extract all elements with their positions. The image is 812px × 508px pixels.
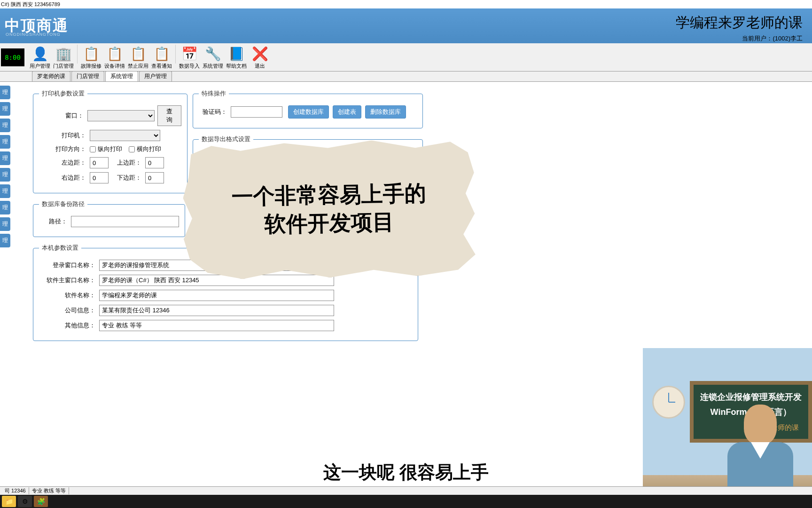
window-select[interactable] bbox=[87, 110, 155, 121]
special-ops-group: 特殊操作 验证码： 创建数据库 创建表 删除数据库 bbox=[193, 89, 423, 128]
main-toolbar: 8:00 👤用户管理🏢门店管理📋故障报修📋设备详情📋禁止应用📋查看通知📅数据导入… bbox=[0, 43, 812, 71]
bottom-margin-input[interactable] bbox=[145, 172, 164, 183]
software-name-input[interactable] bbox=[99, 290, 334, 301]
video-subtitle: 这一块呢 很容易上手 bbox=[323, 460, 489, 484]
tab-用户管理[interactable]: 用户管理 bbox=[139, 71, 172, 81]
printer-settings-group: 打印机参数设置 窗口： 查询 打印机： 打印方向： 纵向打印 横向打印 bbox=[33, 89, 187, 193]
app-logo-sub: ONGDINGSHANGTONG bbox=[6, 32, 61, 37]
windows-taskbar: 📁 ⚙ 🧩 bbox=[0, 495, 812, 508]
side-tab[interactable]: 理 bbox=[0, 217, 10, 231]
toolbar-icon: 📋 bbox=[129, 45, 147, 63]
toolbar-系统管理[interactable]: 🔧系统管理 bbox=[202, 45, 224, 70]
other-info-input[interactable] bbox=[99, 320, 334, 331]
code-input[interactable] bbox=[231, 106, 282, 118]
create-db-button[interactable]: 创建数据库 bbox=[288, 105, 329, 119]
toolbar-icon: 📋 bbox=[106, 45, 124, 63]
toolbar-icon: 🏢 bbox=[55, 45, 72, 63]
printer-select[interactable] bbox=[90, 130, 160, 141]
toolbar-icon: 📋 bbox=[82, 45, 100, 63]
toolbar-退出[interactable]: ❌退出 bbox=[249, 45, 271, 70]
toolbar-设备详情[interactable]: 📋设备详情 bbox=[103, 45, 126, 70]
bottom-margin-label: 下边距： bbox=[109, 174, 141, 182]
tab-系统管理[interactable]: 系统管理 bbox=[105, 71, 138, 81]
company-info-label: 公司信息： bbox=[39, 306, 95, 315]
side-tab[interactable]: 理 bbox=[0, 135, 10, 149]
task-app-icon[interactable]: ⚙ bbox=[18, 496, 32, 507]
toolbar-icon: 📅 bbox=[180, 45, 198, 63]
side-tabs: 理理理理理理理理理理 bbox=[0, 86, 10, 250]
right-margin-input[interactable] bbox=[90, 172, 109, 183]
side-tab[interactable]: 理 bbox=[0, 234, 10, 247]
path-input[interactable] bbox=[71, 216, 179, 227]
app-header: 中顶商通 ONGDINGSHANGTONG 学编程来罗老师的课 当前用户：(10… bbox=[0, 8, 812, 43]
side-tab[interactable]: 理 bbox=[0, 201, 10, 214]
side-tab[interactable]: 理 bbox=[0, 102, 10, 116]
path-label: 路径： bbox=[39, 217, 67, 226]
toolbar-icon: ❌ bbox=[251, 45, 269, 63]
header-slogan: 学编程来罗老师的课 bbox=[676, 13, 803, 32]
backup-path-group: 数据库备份路径 路径： bbox=[33, 200, 185, 237]
delete-db-button[interactable]: 删除数据库 bbox=[365, 105, 406, 119]
current-user-label: 当前用户：(1002)李工 bbox=[676, 34, 803, 43]
presenter-avatar bbox=[723, 405, 798, 494]
task-app-icon-2[interactable]: 🧩 bbox=[34, 496, 48, 507]
query-button[interactable]: 查询 bbox=[157, 105, 181, 126]
side-tab[interactable]: 理 bbox=[0, 168, 10, 182]
left-margin-input[interactable] bbox=[90, 157, 109, 168]
toolbar-查看通知[interactable]: 📋查看通知 bbox=[150, 45, 173, 70]
left-margin-label: 左边距： bbox=[39, 159, 86, 167]
other-info-label: 其他信息： bbox=[39, 321, 95, 330]
printer-label: 打印机： bbox=[39, 131, 86, 140]
create-table-button[interactable]: 创建表 bbox=[333, 105, 361, 119]
main-window-label: 软件主窗口名称： bbox=[39, 276, 95, 285]
toolbar-icon: 👤 bbox=[31, 45, 49, 63]
toolbar-icon: 📋 bbox=[153, 45, 171, 63]
toolbar-icon: 📘 bbox=[227, 45, 245, 63]
document-tabs: 罗老师的课门店管理系统管理用户管理 bbox=[0, 71, 812, 82]
top-margin-label: 上边距： bbox=[109, 159, 141, 167]
paper-overlay: 一个非常容易上手的 软件开发项目 bbox=[182, 139, 476, 280]
login-window-label: 登录窗口名称： bbox=[39, 261, 95, 270]
clock-icon bbox=[652, 386, 685, 419]
clock-display: 8:00 bbox=[1, 48, 24, 66]
top-margin-input[interactable] bbox=[145, 157, 164, 168]
toolbar-帮助文档[interactable]: 📘帮助文档 bbox=[225, 45, 248, 70]
right-margin-label: 右边距： bbox=[39, 174, 86, 182]
side-tab[interactable]: 理 bbox=[0, 119, 10, 132]
file-explorer-icon[interactable]: 📁 bbox=[2, 496, 16, 507]
window-titlebar: C#) 陕西 西安 123456789 bbox=[0, 0, 812, 8]
side-tab[interactable]: 理 bbox=[0, 184, 10, 198]
side-tab[interactable]: 理 bbox=[0, 151, 10, 165]
landscape-checkbox[interactable] bbox=[129, 146, 135, 152]
toolbar-门店管理[interactable]: 🏢门店管理 bbox=[52, 45, 75, 70]
window-label: 窗口： bbox=[39, 111, 84, 120]
tab-罗老师的课[interactable]: 罗老师的课 bbox=[32, 71, 70, 81]
toolbar-禁止应用[interactable]: 📋禁止应用 bbox=[127, 45, 149, 70]
company-info-input[interactable] bbox=[99, 305, 334, 316]
toolbar-故障报修[interactable]: 📋故障报修 bbox=[80, 45, 102, 70]
direction-label: 打印方向： bbox=[39, 145, 86, 153]
side-tab[interactable]: 理 bbox=[0, 86, 10, 99]
picture-in-picture: 连锁企业报修管理系统开发 WinForm（C#语言） -罗老师的课 bbox=[643, 348, 812, 494]
portrait-checkbox[interactable] bbox=[90, 146, 96, 152]
toolbar-icon: 🔧 bbox=[204, 45, 222, 63]
main-window-input[interactable] bbox=[99, 275, 334, 286]
toolbar-数据导入[interactable]: 📅数据导入 bbox=[178, 45, 201, 70]
code-label: 验证码： bbox=[199, 108, 227, 116]
tab-门店管理[interactable]: 门店管理 bbox=[71, 71, 104, 81]
software-name-label: 软件名称： bbox=[39, 291, 95, 300]
toolbar-用户管理[interactable]: 👤用户管理 bbox=[29, 45, 51, 70]
status-bar: 司 12346 专业 教练 等等 bbox=[0, 486, 812, 495]
